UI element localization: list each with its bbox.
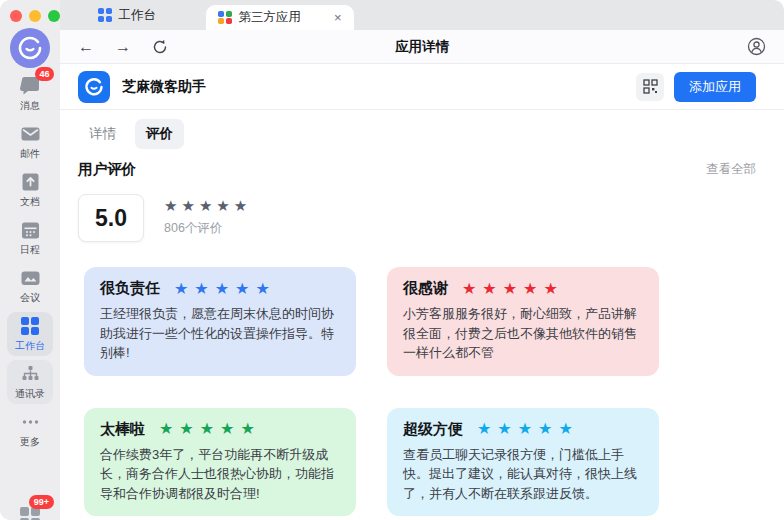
sidebar-item-more[interactable]: 更多 <box>7 408 53 452</box>
sidebar-item-label: 通讯录 <box>15 387 45 401</box>
refresh-icon[interactable] <box>152 39 168 55</box>
sidebar-item-label: 更多 <box>20 435 40 449</box>
app-name: 芝麻微客助手 <box>122 78 206 96</box>
workbench-grid-icon <box>98 8 112 22</box>
toolbar: ← → 应用详情 <box>60 30 784 64</box>
sidebar-item-docs[interactable]: 文档 <box>7 168 53 212</box>
contacts-icon <box>20 364 41 384</box>
review-card[interactable]: 很负责任 ★★★★★ 王经理很负责，愿意在周末休息的时间协助我进行一些个性化的设… <box>84 267 356 376</box>
colorful-grid-icon <box>218 11 232 25</box>
review-text: 王经理很负责，愿意在周末休息的时间协助我进行一些个性化的设置操作指导。特别棒! <box>100 304 340 363</box>
rating-count: 806个评价 <box>164 220 251 237</box>
close-window-button[interactable] <box>10 10 22 22</box>
user-avatar[interactable] <box>10 28 50 68</box>
unread-count-badge: 46 <box>35 67 54 81</box>
rating-score: 5.0 <box>78 194 144 242</box>
smile-logo-icon <box>17 35 43 61</box>
star-rating-icons: ★★★★★ <box>174 281 276 297</box>
sidebar-bottom-app[interactable]: 99+ <box>0 505 60 520</box>
minimize-window-button[interactable] <box>29 10 41 22</box>
docs-icon <box>20 172 41 192</box>
tab-workbench[interactable]: 工作台 <box>84 0 170 30</box>
review-title: 超级方便 <box>403 420 463 439</box>
calendar-icon <box>20 220 41 240</box>
sidebar-item-contacts[interactable]: 通讯录 <box>7 360 53 404</box>
sidebar-item-calendar[interactable]: 日程 <box>7 216 53 260</box>
section-title: 用户评价 <box>78 160 136 179</box>
reviews-section-header: 用户评价 查看全部 <box>60 153 784 179</box>
sidebar-item-messages[interactable]: 46 消息 <box>7 72 53 116</box>
notification-count-badge: 99+ <box>29 495 54 509</box>
star-rating-icons: ★★★★★ <box>477 421 579 437</box>
review-card[interactable]: 很感谢 ★★★★★ 小芳客服服务很好，耐心细致，产品讲解很全面，付费之后也不像其… <box>387 267 659 376</box>
detail-review-tabs: 详情 评价 <box>60 110 784 153</box>
overall-rating: 5.0 ★★★★★ 806个评价 <box>60 179 784 242</box>
traffic-lights <box>10 0 60 22</box>
sidebar-item-label: 会议 <box>20 291 40 305</box>
page-title: 应用详情 <box>395 38 449 56</box>
review-text: 合作续费3年了，平台功能再不断升级成长，商务合作人士也很热心协助，功能指导和合作… <box>100 445 340 504</box>
rating-stars: ★★★★★ <box>164 197 251 215</box>
tab-label: 第三方应用 <box>239 9 302 26</box>
app-window: 46 消息 邮件 文档 <box>0 0 784 520</box>
sidebar-item-label: 工作台 <box>15 339 45 353</box>
zoom-window-button[interactable] <box>48 10 60 22</box>
sidebar-item-label: 日程 <box>20 243 40 257</box>
close-tab-icon[interactable]: × <box>334 11 342 24</box>
sidebar: 46 消息 邮件 文档 <box>0 0 60 520</box>
app-logo-icon <box>78 71 110 103</box>
review-title: 太棒啦 <box>100 420 145 439</box>
review-card[interactable]: 超级方便 ★★★★★ 查看员工聊天记录很方便，门槛低上手快。提出了建议，能认真对… <box>387 408 659 517</box>
back-icon[interactable]: ← <box>78 39 94 55</box>
tab-third-party-apps[interactable]: 第三方应用 × <box>206 5 354 30</box>
workbench-grid-icon <box>20 316 40 336</box>
star-rating-icons: ★★★★★ <box>462 281 564 297</box>
sidebar-item-label: 邮件 <box>20 147 40 161</box>
review-title: 很负责任 <box>100 279 160 298</box>
view-all-link[interactable]: 查看全部 <box>706 161 756 178</box>
sidebar-item-mail[interactable]: 邮件 <box>7 120 53 164</box>
qr-code-button[interactable] <box>636 73 664 101</box>
tab-review[interactable]: 评价 <box>135 119 184 149</box>
review-text: 小芳客服服务很好，耐心细致，产品讲解很全面，付费之后也不像其他软件的销售一样什么… <box>403 304 643 363</box>
tab-label: 工作台 <box>119 7 157 24</box>
sidebar-item-label: 文档 <box>20 195 40 209</box>
star-rating-icons: ★★★★★ <box>159 421 261 437</box>
add-app-button[interactable]: 添加应用 <box>674 72 756 102</box>
meeting-icon <box>20 268 41 288</box>
review-card[interactable]: 太棒啦 ★★★★★ 合作续费3年了，平台功能再不断升级成长，商务合作人士也很热心… <box>84 408 356 517</box>
more-icon <box>20 412 41 432</box>
sidebar-item-workbench[interactable]: 工作台 <box>7 312 53 356</box>
tab-detail[interactable]: 详情 <box>78 119 127 149</box>
mail-icon <box>20 124 41 144</box>
sidebar-item-meeting[interactable]: 会议 <box>7 264 53 308</box>
profile-icon[interactable] <box>747 37 766 56</box>
window-tabstrip: 工作台 第三方应用 × <box>60 0 784 30</box>
qr-code-icon <box>643 79 658 94</box>
review-cards: 很负责任 ★★★★★ 王经理很负责，愿意在周末休息的时间协助我进行一些个性化的设… <box>84 267 784 516</box>
review-text: 查看员工聊天记录很方便，门槛低上手快。提出了建议，能认真对待，很快上线了，并有人… <box>403 445 643 504</box>
sidebar-item-label: 消息 <box>20 99 40 113</box>
review-title: 很感谢 <box>403 279 448 298</box>
app-detail-header: 芝麻微客助手 添加应用 <box>60 64 784 110</box>
main-area: 工作台 第三方应用 × ← → 应用详情 <box>60 0 784 520</box>
forward-icon[interactable]: → <box>115 39 131 55</box>
